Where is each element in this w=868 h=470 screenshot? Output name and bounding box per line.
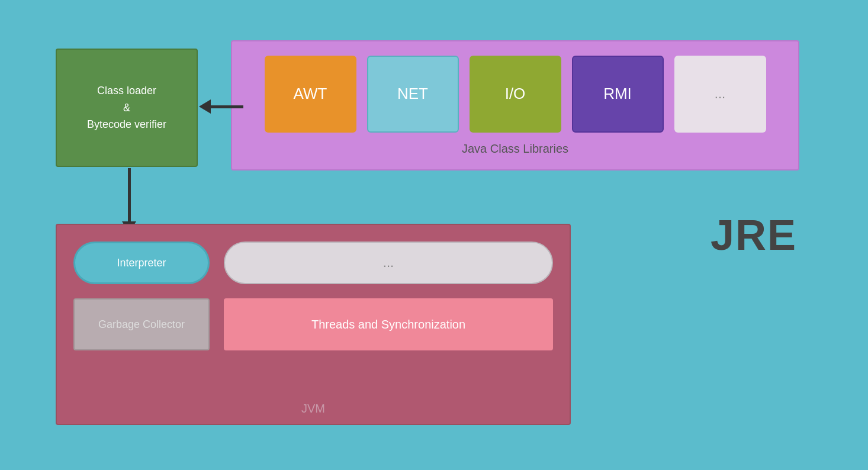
classloader-text: Class loader & Bytecode verifier [87, 82, 166, 133]
jcl-awt: AWT [265, 56, 356, 133]
jcl-box: AWT NET I/O RMI ... Java Class Libraries [231, 40, 799, 170]
dots-pill: ... [224, 242, 553, 284]
jvm-row-1: Interpreter ... [73, 242, 553, 284]
threads-box: Threads and Synchronization [224, 298, 553, 350]
arrow-jcl-to-classloader [199, 99, 243, 114]
jcl-label: Java Class Libraries [462, 142, 568, 156]
jcl-io: I/O [470, 56, 561, 133]
jvm-label: JVM [57, 402, 570, 416]
jre-label: JRE [711, 211, 797, 259]
jcl-items: AWT NET I/O RMI ... [265, 56, 766, 133]
jvm-box: Interpreter ... Garbage Collector Thread… [56, 224, 571, 425]
arrow-line-v [128, 168, 131, 221]
arrow-line-h [211, 105, 243, 108]
jcl-net: NET [367, 56, 459, 133]
gc-box: Garbage Collector [73, 298, 210, 350]
interpreter-pill: Interpreter [73, 242, 210, 284]
classloader-box: Class loader & Bytecode verifier [56, 49, 198, 167]
jvm-row-2: Garbage Collector Threads and Synchroniz… [73, 298, 553, 350]
arrowhead-left [199, 99, 211, 114]
jcl-rmi: RMI [572, 56, 664, 133]
jcl-more: ... [674, 56, 766, 133]
